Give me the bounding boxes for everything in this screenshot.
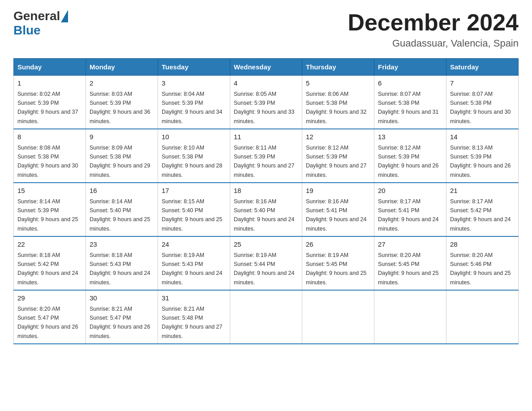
calendar-day-9: 9Sunrise: 8:09 AMSunset: 5:38 PMDaylight…: [86, 129, 158, 183]
calendar-day-23: 23Sunrise: 8:18 AMSunset: 5:43 PMDayligh…: [86, 236, 158, 290]
title-section: December 2024 Guadassuar, Valencia, Spai…: [348, 9, 519, 49]
calendar-day-20: 20Sunrise: 8:17 AMSunset: 5:41 PMDayligh…: [374, 183, 446, 236]
day-number: 11: [234, 132, 298, 142]
calendar-day-22: 22Sunrise: 8:18 AMSunset: 5:42 PMDayligh…: [14, 236, 86, 290]
calendar-day-26: 26Sunrise: 8:19 AMSunset: 5:45 PMDayligh…: [302, 236, 374, 290]
calendar-day-30: 30Sunrise: 8:21 AMSunset: 5:47 PMDayligh…: [86, 290, 158, 344]
header-cell-wednesday: Wednesday: [230, 59, 302, 76]
day-number: 14: [450, 132, 515, 142]
day-info: Sunrise: 8:12 AMSunset: 5:39 PMDaylight:…: [306, 145, 367, 178]
day-info: Sunrise: 8:20 AMSunset: 5:47 PMDaylight:…: [17, 306, 78, 339]
calendar-day-13: 13Sunrise: 8:12 AMSunset: 5:39 PMDayligh…: [374, 129, 446, 183]
calendar-day-16: 16Sunrise: 8:14 AMSunset: 5:40 PMDayligh…: [86, 183, 158, 236]
day-number: 31: [162, 293, 226, 304]
calendar-day-11: 11Sunrise: 8:11 AMSunset: 5:39 PMDayligh…: [230, 129, 302, 183]
calendar-day-4: 4Sunrise: 8:05 AMSunset: 5:39 PMDaylight…: [230, 76, 302, 129]
day-info: Sunrise: 8:16 AMSunset: 5:41 PMDaylight:…: [306, 198, 367, 232]
calendar-body: 1Sunrise: 8:02 AMSunset: 5:39 PMDaylight…: [14, 76, 519, 344]
day-info: Sunrise: 8:07 AMSunset: 5:38 PMDaylight:…: [378, 91, 439, 124]
day-number: 18: [234, 186, 298, 196]
calendar-day-8: 8Sunrise: 8:08 AMSunset: 5:38 PMDaylight…: [14, 129, 86, 183]
calendar-title: December 2024: [348, 9, 519, 36]
day-info: Sunrise: 8:14 AMSunset: 5:40 PMDaylight:…: [90, 198, 150, 232]
day-info: Sunrise: 8:04 AMSunset: 5:39 PMDaylight:…: [162, 91, 223, 124]
logo: General Blue: [13, 9, 68, 38]
calendar-day-12: 12Sunrise: 8:12 AMSunset: 5:39 PMDayligh…: [302, 129, 374, 183]
calendar-day-28: 28Sunrise: 8:20 AMSunset: 5:46 PMDayligh…: [446, 236, 519, 290]
day-number: 4: [234, 78, 298, 89]
day-number: 3: [162, 78, 226, 89]
calendar-week-5: 29Sunrise: 8:20 AMSunset: 5:47 PMDayligh…: [14, 290, 519, 344]
day-info: Sunrise: 8:15 AMSunset: 5:40 PMDaylight:…: [162, 198, 223, 232]
day-number: 26: [306, 240, 370, 250]
day-info: Sunrise: 8:06 AMSunset: 5:38 PMDaylight:…: [306, 91, 367, 124]
day-info: Sunrise: 8:18 AMSunset: 5:42 PMDaylight:…: [17, 252, 78, 286]
day-info: Sunrise: 8:19 AMSunset: 5:45 PMDaylight:…: [306, 252, 367, 286]
day-info: Sunrise: 8:07 AMSunset: 5:38 PMDaylight:…: [450, 91, 511, 124]
day-info: Sunrise: 8:02 AMSunset: 5:39 PMDaylight:…: [17, 91, 78, 124]
logo-triangle-icon: [61, 10, 68, 22]
calendar-day-2: 2Sunrise: 8:03 AMSunset: 5:39 PMDaylight…: [86, 76, 158, 129]
day-number: 12: [306, 132, 370, 142]
calendar-day-10: 10Sunrise: 8:10 AMSunset: 5:38 PMDayligh…: [158, 129, 230, 183]
day-number: 10: [162, 132, 226, 142]
day-number: 17: [162, 186, 226, 196]
calendar-week-1: 1Sunrise: 8:02 AMSunset: 5:39 PMDaylight…: [14, 76, 519, 129]
day-info: Sunrise: 8:08 AMSunset: 5:38 PMDaylight:…: [17, 145, 78, 178]
header-cell-thursday: Thursday: [302, 59, 374, 76]
calendar-day-25: 25Sunrise: 8:19 AMSunset: 5:44 PMDayligh…: [230, 236, 302, 290]
day-number: 22: [17, 240, 82, 250]
header-cell-sunday: Sunday: [14, 59, 86, 76]
day-info: Sunrise: 8:20 AMSunset: 5:46 PMDaylight:…: [450, 252, 511, 286]
day-number: 20: [378, 186, 442, 196]
day-info: Sunrise: 8:05 AMSunset: 5:39 PMDaylight:…: [234, 91, 295, 124]
calendar-location: Guadassuar, Valencia, Spain: [348, 38, 519, 49]
calendar-day-31: 31Sunrise: 8:21 AMSunset: 5:48 PMDayligh…: [158, 290, 230, 344]
calendar-day-18: 18Sunrise: 8:16 AMSunset: 5:40 PMDayligh…: [230, 183, 302, 236]
day-info: Sunrise: 8:17 AMSunset: 5:41 PMDaylight:…: [378, 198, 439, 232]
day-number: 9: [90, 132, 154, 142]
day-number: 19: [306, 186, 370, 196]
calendar-week-2: 8Sunrise: 8:08 AMSunset: 5:38 PMDaylight…: [14, 129, 519, 183]
day-info: Sunrise: 8:12 AMSunset: 5:39 PMDaylight:…: [378, 145, 439, 178]
calendar-day-29: 29Sunrise: 8:20 AMSunset: 5:47 PMDayligh…: [14, 290, 86, 344]
day-info: Sunrise: 8:19 AMSunset: 5:43 PMDaylight:…: [162, 252, 223, 286]
page-header: General Blue December 2024 Guadassuar, V…: [13, 9, 519, 49]
day-info: Sunrise: 8:20 AMSunset: 5:45 PMDaylight:…: [378, 252, 439, 286]
logo-text-blue: Blue: [13, 23, 41, 37]
calendar-table: SundayMondayTuesdayWednesdayThursdayFrid…: [13, 58, 519, 344]
day-number: 16: [90, 186, 154, 196]
empty-cell: [302, 290, 374, 344]
day-info: Sunrise: 8:14 AMSunset: 5:39 PMDaylight:…: [17, 198, 78, 232]
calendar-day-27: 27Sunrise: 8:20 AMSunset: 5:45 PMDayligh…: [374, 236, 446, 290]
header-cell-monday: Monday: [86, 59, 158, 76]
calendar-day-17: 17Sunrise: 8:15 AMSunset: 5:40 PMDayligh…: [158, 183, 230, 236]
day-info: Sunrise: 8:09 AMSunset: 5:38 PMDaylight:…: [90, 145, 150, 178]
calendar-day-15: 15Sunrise: 8:14 AMSunset: 5:39 PMDayligh…: [14, 183, 86, 236]
day-info: Sunrise: 8:18 AMSunset: 5:43 PMDaylight:…: [90, 252, 150, 286]
day-number: 7: [450, 78, 515, 89]
day-info: Sunrise: 8:17 AMSunset: 5:42 PMDaylight:…: [450, 198, 511, 232]
day-number: 27: [378, 240, 442, 250]
calendar-week-4: 22Sunrise: 8:18 AMSunset: 5:42 PMDayligh…: [14, 236, 519, 290]
day-number: 13: [378, 132, 442, 142]
calendar-header: SundayMondayTuesdayWednesdayThursdayFrid…: [14, 59, 519, 76]
header-row: SundayMondayTuesdayWednesdayThursdayFrid…: [14, 59, 519, 76]
calendar-day-7: 7Sunrise: 8:07 AMSunset: 5:38 PMDaylight…: [446, 76, 519, 129]
day-number: 2: [90, 78, 154, 89]
calendar-day-21: 21Sunrise: 8:17 AMSunset: 5:42 PMDayligh…: [446, 183, 519, 236]
day-number: 29: [17, 293, 82, 304]
day-info: Sunrise: 8:13 AMSunset: 5:39 PMDaylight:…: [450, 145, 511, 178]
day-number: 15: [17, 186, 82, 196]
header-cell-tuesday: Tuesday: [158, 59, 230, 76]
day-info: Sunrise: 8:10 AMSunset: 5:38 PMDaylight:…: [162, 145, 223, 178]
day-info: Sunrise: 8:19 AMSunset: 5:44 PMDaylight:…: [234, 252, 295, 286]
day-info: Sunrise: 8:21 AMSunset: 5:48 PMDaylight:…: [162, 306, 223, 339]
day-number: 8: [17, 132, 82, 142]
day-number: 24: [162, 240, 226, 250]
calendar-day-6: 6Sunrise: 8:07 AMSunset: 5:38 PMDaylight…: [374, 76, 446, 129]
empty-cell: [374, 290, 446, 344]
calendar-day-1: 1Sunrise: 8:02 AMSunset: 5:39 PMDaylight…: [14, 76, 86, 129]
calendar-day-5: 5Sunrise: 8:06 AMSunset: 5:38 PMDaylight…: [302, 76, 374, 129]
day-number: 5: [306, 78, 370, 89]
